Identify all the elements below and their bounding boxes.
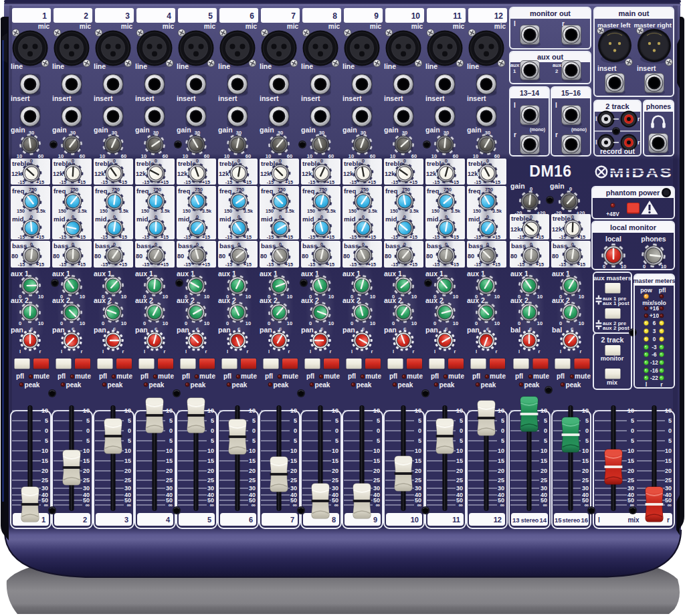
svg-text:pan: pan [218,326,231,334]
svg-text:0: 0 [445,158,448,164]
svg-text:10: 10 [498,407,504,414]
svg-text:25: 25 [83,477,90,484]
svg-text:10: 10 [207,407,214,414]
svg-text:mid: mid [219,215,231,223]
svg-text:-15: -15 [225,262,232,268]
svg-text:line: line [218,62,230,70]
svg-text:80: 80 [468,253,474,260]
svg-text:5: 5 [631,417,634,424]
svg-text:pfl: pfl [389,373,397,380]
svg-text:MIDAS: MIDAS [609,165,673,180]
svg-text:r: r [371,348,373,354]
svg-text:-15: -15 [350,234,357,240]
svg-text:30: 30 [41,485,48,492]
svg-text:5: 5 [45,437,48,444]
svg-text:10: 10 [665,407,672,414]
svg-text:80: 80 [343,253,350,260]
svg-text:r: r [580,348,582,354]
svg-text:mic: mic [287,23,299,30]
svg-text:pfl: pfl [58,373,66,380]
svg-text:25: 25 [124,477,131,484]
svg-text:+15: +15 [326,262,334,268]
svg-text:5: 5 [501,437,504,444]
svg-text:80: 80 [11,253,18,260]
svg-text:-15: -15 [308,179,315,185]
svg-text:-15: -15 [184,234,191,240]
svg-text:freq: freq [54,187,66,195]
svg-text:l: l [102,348,104,354]
svg-text:treble: treble [511,215,529,222]
svg-text:30: 30 [665,485,672,492]
svg-text:+15: +15 [492,234,500,240]
svg-text:l: l [514,102,516,109]
svg-text:r: r [81,348,83,354]
svg-text:+15: +15 [368,179,376,185]
svg-text:aux 2: aux 2 [52,296,70,304]
svg-text:l: l [595,139,597,146]
svg-text:line: line [52,62,64,70]
svg-text:mute: mute [116,373,132,380]
svg-text:freq: freq [385,187,398,195]
svg-text:-15: -15 [142,234,149,240]
svg-text:-15: -15 [518,234,524,240]
svg-text:5: 5 [377,437,380,444]
svg-text:10: 10 [163,320,168,326]
svg-text:insert: insert [218,94,237,102]
svg-text:mic: mic [328,23,340,30]
svg-text:insert: insert [94,94,113,102]
svg-text:15: 15 [249,457,256,464]
svg-text:5: 5 [86,437,90,444]
svg-text:6: 6 [249,516,253,524]
svg-text:60: 60 [453,153,458,159]
svg-text:+15: +15 [409,234,417,240]
svg-text:mic: mic [246,23,258,30]
svg-text:r: r [247,348,249,354]
svg-text:10: 10 [41,407,48,414]
svg-text:25: 25 [456,477,463,484]
svg-text:2: 2 [555,68,559,74]
svg-text:-6: -6 [652,352,657,358]
svg-text:10: 10 [390,153,395,159]
svg-text:20: 20 [124,468,131,474]
svg-text:0: 0 [418,427,421,434]
svg-text:phones: phones [641,235,666,243]
svg-text:-3: -3 [652,344,657,350]
svg-text:15: 15 [124,457,131,464]
svg-text:9: 9 [373,516,377,524]
svg-text:10: 10 [266,153,271,159]
svg-text:5: 5 [460,417,463,424]
svg-text:15: 15 [415,457,421,464]
svg-text:pan: pan [11,326,23,334]
svg-text:10: 10 [166,407,173,414]
svg-text:pan: pan [425,326,438,334]
svg-text:mute: mute [575,373,591,380]
svg-text:gain: gain [52,126,67,134]
svg-text:insert: insert [425,94,445,102]
svg-text:r: r [555,131,558,138]
svg-text:-15: -15 [101,234,108,240]
svg-text:30: 30 [166,485,173,492]
svg-text:l: l [351,348,353,354]
svg-text:10: 10 [665,447,672,454]
svg-text:8: 8 [332,11,337,21]
svg-text:10: 10 [207,447,214,454]
svg-text:10: 10 [582,447,589,454]
svg-text:5: 5 [377,417,380,424]
svg-text:4: 4 [167,11,171,21]
svg-text:3.5k: 3.5k [119,208,128,214]
svg-text:insert: insert [301,94,320,102]
svg-text:0: 0 [294,427,297,434]
svg-text:20: 20 [498,468,504,474]
svg-text:10: 10 [38,320,43,326]
svg-text:mic: mic [38,23,50,30]
svg-text:0: 0 [460,427,463,434]
svg-text:-15: -15 [60,262,66,268]
svg-text:+15: +15 [243,262,252,268]
svg-text:bass: bass [136,242,152,249]
svg-text:5: 5 [335,417,338,424]
svg-text:3.5k: 3.5k [451,208,460,214]
svg-text:20: 20 [290,468,297,474]
svg-text:12: 12 [494,516,502,524]
svg-text:l: l [185,348,187,354]
svg-text:aux 2: aux 2 [384,296,402,304]
